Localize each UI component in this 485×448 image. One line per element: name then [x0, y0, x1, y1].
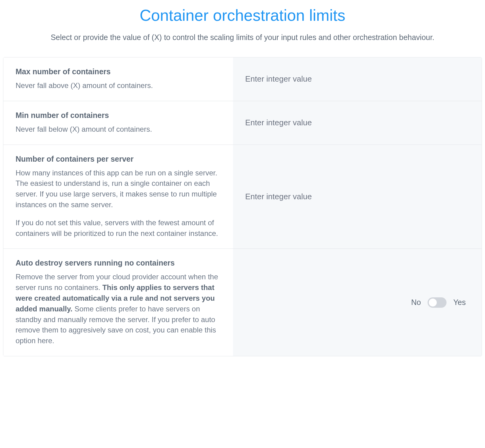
setting-row-max-containers: Max number of containers Never fall abov…: [3, 57, 482, 101]
toggle-wrap: No Yes: [245, 297, 469, 308]
setting-description: Never fall above (X) amount of container…: [16, 80, 221, 91]
setting-description: Never fall below (X) amount of container…: [16, 124, 221, 135]
setting-description: How many instances of this app can be ru…: [16, 168, 221, 210]
setting-label: Auto destroy servers running no containe…: [3, 249, 233, 356]
auto-destroy-toggle[interactable]: [428, 297, 447, 308]
setting-label: Min number of containers Never fall belo…: [3, 101, 233, 145]
min-containers-input[interactable]: [245, 118, 469, 127]
setting-description-secondary: If you do not set this value, servers wi…: [16, 218, 221, 239]
setting-input-cell: [233, 145, 482, 249]
setting-row-containers-per-server: Number of containers per server How many…: [3, 145, 482, 249]
toggle-yes-label: Yes: [453, 298, 466, 307]
page-header: Container orchestration limits Select or…: [0, 0, 485, 57]
setting-input-cell: [233, 101, 482, 145]
setting-title: Number of containers per server: [16, 155, 221, 163]
settings-table: Max number of containers Never fall abov…: [3, 57, 482, 356]
max-containers-input[interactable]: [245, 74, 469, 84]
setting-description: Remove the server from your cloud provid…: [16, 272, 221, 346]
setting-row-min-containers: Min number of containers Never fall belo…: [3, 101, 482, 145]
setting-input-cell: No Yes: [233, 249, 482, 356]
setting-title: Max number of containers: [16, 67, 221, 76]
toggle-no-label: No: [411, 298, 421, 307]
page-subtitle: Select or provide the value of (X) to co…: [12, 33, 473, 42]
setting-title: Auto destroy servers running no containe…: [16, 259, 221, 267]
setting-input-cell: [233, 57, 482, 101]
page-title: Container orchestration limits: [12, 6, 473, 24]
setting-label: Number of containers per server How many…: [3, 145, 233, 249]
toggle-knob-icon: [429, 299, 437, 307]
containers-per-server-input[interactable]: [245, 192, 469, 201]
setting-title: Min number of containers: [16, 111, 221, 120]
setting-label: Max number of containers Never fall abov…: [3, 57, 233, 101]
setting-row-auto-destroy: Auto destroy servers running no containe…: [3, 249, 482, 356]
